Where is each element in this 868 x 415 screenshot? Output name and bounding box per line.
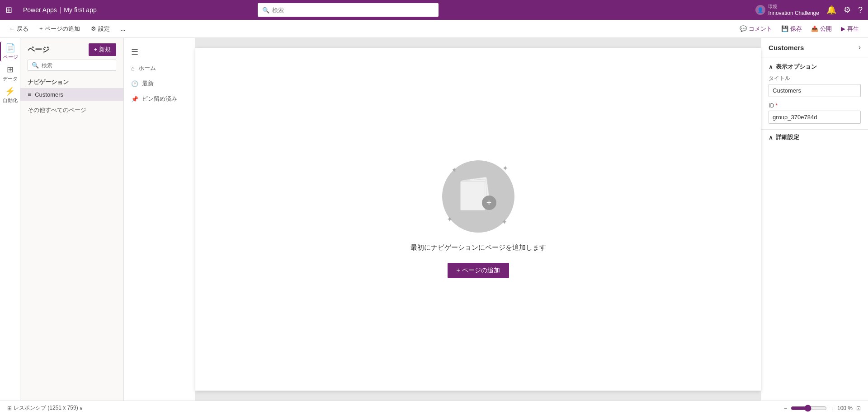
- recent-label: 最新: [142, 79, 154, 88]
- settings-label: 設定: [98, 25, 110, 33]
- play-button[interactable]: ▶ 再生: [837, 23, 863, 35]
- hamburger-icon[interactable]: ☰: [124, 43, 195, 61]
- nav-item-customers-label: Customers: [35, 91, 107, 98]
- left-sidebar: 📄 ページ ⊞ データ ⚡ 自動化: [0, 38, 20, 401]
- home-icon: ⌂: [131, 65, 135, 72]
- nav-home[interactable]: ⌂ ホーム: [124, 61, 195, 76]
- pages-icon: 📄: [5, 43, 15, 53]
- advanced-settings-label: 詳細設定: [776, 133, 799, 141]
- plus-icon: +: [39, 25, 43, 32]
- pages-search-input[interactable]: [42, 62, 112, 69]
- env-name: Innovation Challenge: [768, 10, 819, 16]
- plus-badge: +: [482, 196, 496, 210]
- grid-icon[interactable]: ⊞: [5, 5, 12, 15]
- status-bar: ⊞ レスポンシブ (1251 x 759) ∨ − + 100 % ⊡: [0, 401, 868, 415]
- pages-search[interactable]: 🔍: [28, 60, 116, 71]
- env-icon: 👤: [755, 5, 765, 15]
- chevron-down-icon[interactable]: ∨: [79, 405, 83, 411]
- search-input[interactable]: [272, 7, 434, 14]
- empty-state-icon: + ✦ ✦ ✦ ✦: [442, 160, 514, 233]
- right-panel-close-button[interactable]: ›: [859, 43, 861, 51]
- sparkle-icon-1: ✦: [451, 166, 457, 174]
- list-icon: ≡: [28, 91, 31, 98]
- global-search[interactable]: 🔍: [258, 3, 439, 17]
- sparkle-icon-4: ✦: [501, 218, 507, 226]
- publish-label: 公開: [820, 25, 832, 33]
- collapse-advanced-icon: ∧: [769, 134, 773, 141]
- id-field-input[interactable]: [769, 111, 861, 124]
- id-field-group: ID *: [761, 103, 868, 129]
- bell-icon[interactable]: 🔔: [826, 5, 836, 15]
- app-name: Power Apps: [23, 6, 57, 14]
- settings-icon[interactable]: ⚙: [844, 5, 851, 15]
- pages-stack: +: [460, 178, 496, 214]
- save-label: 保存: [790, 25, 802, 33]
- canvas-add-page-button[interactable]: + ページの追加: [448, 263, 509, 278]
- publish-icon: 📤: [811, 25, 818, 32]
- right-panel-title: Customers: [769, 44, 804, 51]
- pin-icon: 📌: [131, 96, 138, 103]
- pages-panel-title: ページ: [28, 45, 49, 55]
- search-icon: 🔍: [32, 62, 39, 69]
- data-icon: ⊞: [7, 65, 14, 75]
- environment-info: 👤 環境 Innovation Challenge: [755, 4, 819, 16]
- fit-icon[interactable]: ⊡: [856, 405, 861, 411]
- right-panel: Customers › ∧ 表示オプション タイトル ID * ∧ 詳細設定: [761, 38, 868, 401]
- data-label: データ: [3, 75, 18, 82]
- gear-icon: ⚙: [91, 25, 96, 32]
- more-label: ...: [121, 25, 126, 32]
- topbar-right: 👤 環境 Innovation Challenge 🔔 ⚙ ?: [755, 4, 863, 16]
- zoom-slider[interactable]: [791, 405, 827, 412]
- comment-button[interactable]: 💬 コメント: [736, 23, 776, 35]
- more-button[interactable]: ...: [117, 23, 129, 34]
- required-marker: *: [775, 103, 778, 109]
- navigation-label: ナビゲーション: [20, 75, 123, 88]
- nav-pinned[interactable]: 📌 ピン留め済み: [124, 91, 195, 107]
- back-label: 戻る: [17, 25, 28, 33]
- nav-recent[interactable]: 🕐 最新: [124, 76, 195, 91]
- home-label: ホーム: [138, 64, 156, 72]
- app-title: My first app: [64, 6, 96, 14]
- advanced-settings-section[interactable]: ∧ 詳細設定: [761, 129, 868, 145]
- back-icon: ←: [9, 25, 15, 32]
- title-field-input[interactable]: [769, 84, 861, 97]
- add-page-button[interactable]: + ページの追加: [36, 23, 84, 35]
- pages-panel: ページ + 新規 🔍 ナビゲーション ≡ Customers ··· その他すべ…: [20, 38, 124, 401]
- responsive-icon: ⊞: [7, 405, 12, 411]
- sparkle-icon-3: ✦: [447, 215, 453, 224]
- new-page-button[interactable]: + 新規: [89, 43, 116, 56]
- sidebar-item-data[interactable]: ⊞ データ: [0, 63, 20, 83]
- title-field-group: タイトル: [761, 75, 868, 103]
- collapse-icon: ∧: [769, 64, 773, 70]
- back-button[interactable]: ← 戻る: [5, 23, 32, 35]
- env-details: 環境 Innovation Challenge: [768, 4, 819, 16]
- nav-item-customers[interactable]: ≡ Customers ···: [20, 88, 123, 101]
- recent-icon: 🕐: [131, 80, 138, 87]
- env-label: 環境: [768, 4, 819, 10]
- main-layout: 📄 ページ ⊞ データ ⚡ 自動化 ページ + 新規 🔍 ナビゲーション ≡ C…: [0, 38, 868, 401]
- zoom-controls: − + 100 % ⊡: [784, 405, 861, 412]
- publish-button[interactable]: 📤 公開: [807, 23, 835, 35]
- empty-state-text: 最初にナビゲーションにページを追加します: [410, 243, 546, 252]
- zoom-level: 100 %: [837, 405, 853, 411]
- id-field-label: ID *: [769, 103, 861, 109]
- pinned-label: ピン留め済み: [142, 95, 177, 103]
- display-options-section[interactable]: ∧ 表示オプション: [761, 57, 868, 75]
- settings-button[interactable]: ⚙ 設定: [87, 23, 113, 35]
- nav-panel: ☰ ⌂ ホーム 🕐 最新 📌 ピン留め済み: [124, 38, 195, 401]
- play-icon: ▶: [841, 25, 845, 32]
- sidebar-item-pages[interactable]: 📄 ページ: [0, 42, 20, 61]
- app-separator: |: [60, 6, 61, 14]
- automate-label: 自動化: [3, 97, 18, 104]
- grid-menu[interactable]: ⊞: [5, 5, 18, 15]
- search-icon: 🔍: [262, 7, 269, 14]
- toolbar: ← 戻る + ページの追加 ⚙ 設定 ... 💬 コメント 💾 保存 📤 公開 …: [0, 20, 868, 38]
- save-button[interactable]: 💾 保存: [778, 23, 806, 35]
- zoom-in-icon[interactable]: +: [830, 405, 834, 411]
- zoom-out-icon[interactable]: −: [784, 405, 787, 411]
- sidebar-item-automate[interactable]: ⚡ 自動化: [0, 85, 20, 105]
- play-label: 再生: [847, 25, 859, 33]
- help-icon[interactable]: ?: [858, 5, 863, 15]
- app-branding: Power Apps | My first app: [23, 6, 97, 14]
- page-card-3: [460, 181, 485, 210]
